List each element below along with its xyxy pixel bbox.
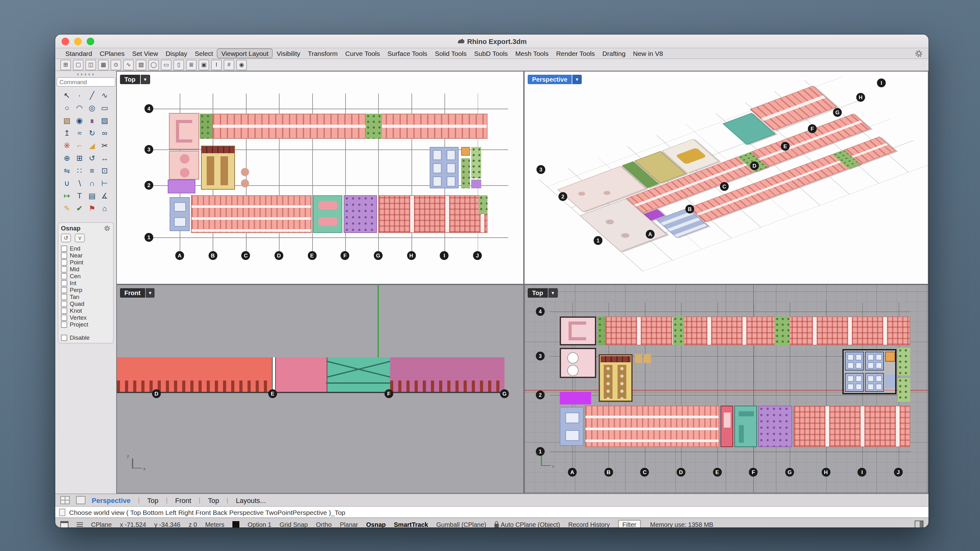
checkbox[interactable] — [61, 321, 67, 327]
toolbar-icon[interactable]: ≣ — [186, 59, 197, 70]
osnap-option[interactable]: Mid — [61, 265, 111, 273]
tool-icon[interactable]: ↻ — [86, 127, 98, 140]
checkbox[interactable] — [61, 314, 67, 321]
osnap-disable[interactable]: Disable — [61, 334, 111, 341]
viewport-tab[interactable]: Front — [158, 496, 191, 504]
tool-icon[interactable]: ◢ — [86, 140, 98, 152]
viewport-tab[interactable]: Top — [130, 496, 159, 504]
tool-icon[interactable]: ↔ — [98, 152, 111, 165]
viewport-front[interactable]: Front▼ DEFG zx — [117, 285, 523, 493]
tool-icon[interactable]: ✔ — [73, 202, 86, 215]
checkbox[interactable] — [61, 266, 67, 272]
menu-item[interactable]: Display — [162, 49, 191, 58]
toolbar-icon[interactable]: ▯ — [173, 59, 184, 70]
tool-icon[interactable]: ⇋ — [60, 165, 73, 177]
tool-icon[interactable]: ◎ — [86, 102, 98, 114]
viewport-title-top-2[interactable]: Top▼ — [528, 288, 558, 298]
toolbar-icon[interactable]: ◯ — [148, 59, 159, 70]
checkbox[interactable] — [61, 334, 67, 341]
tool-icon[interactable]: ↖ — [60, 89, 73, 102]
osnap-option[interactable]: End — [61, 245, 111, 252]
menu-item[interactable]: Surface Tools — [384, 49, 431, 58]
checkbox[interactable] — [61, 307, 67, 314]
tool-icon[interactable]: ╱ — [86, 89, 98, 102]
toolbar-icon[interactable]: ▦ — [98, 59, 109, 70]
tool-icon[interactable]: ⊕ — [60, 152, 73, 165]
osnap-undo-icon[interactable]: ↺ — [61, 233, 71, 242]
osnap-option[interactable]: Knot — [61, 307, 111, 314]
menu-item[interactable]: Visibility — [273, 49, 304, 58]
osnap-option[interactable]: Project — [61, 321, 111, 328]
menu-item[interactable]: Mesh Tools — [512, 49, 552, 58]
status-toggle[interactable]: Record History — [568, 521, 610, 527]
panel-toggle-icon[interactable] — [915, 521, 923, 527]
menu-item[interactable]: SubD Tools — [471, 49, 512, 58]
toolbar-icon[interactable]: ▣ — [199, 59, 209, 70]
tool-icon[interactable]: ∩ — [86, 177, 98, 190]
tool-icon[interactable]: ※ — [60, 140, 73, 152]
tool-icon[interactable]: T — [73, 190, 86, 202]
osnap-option[interactable]: Tan — [61, 293, 111, 300]
viewport-title-top[interactable]: Top▼ — [120, 75, 150, 84]
menu-item[interactable]: Standard — [62, 49, 96, 58]
tool-icon[interactable]: ∡ — [98, 190, 111, 202]
tool-icon[interactable]: ∙ — [73, 89, 86, 102]
osnap-option[interactable]: Int — [61, 279, 111, 286]
osnap-option[interactable]: Perp — [61, 286, 111, 293]
menu-item[interactable]: Drafting — [599, 49, 630, 58]
toolbar-icon[interactable]: ⊞ — [60, 59, 71, 70]
command-input[interactable] — [56, 77, 115, 87]
toolbar-icon[interactable]: # — [224, 59, 234, 70]
checkbox[interactable] — [61, 280, 67, 286]
menu-item[interactable]: Curve Tools — [341, 49, 384, 58]
new-viewport-icon[interactable] — [76, 496, 86, 504]
tool-icon[interactable]: ◉ — [73, 114, 86, 127]
chevron-down-icon[interactable]: ▼ — [572, 75, 582, 84]
chevron-down-icon[interactable]: ▼ — [548, 288, 558, 298]
menu-item[interactable]: Transform — [304, 49, 341, 58]
checkbox[interactable] — [61, 259, 67, 265]
toolbar-icon[interactable]: ◉ — [236, 59, 247, 70]
tool-icon[interactable]: ▭ — [98, 102, 111, 114]
checkbox[interactable] — [61, 294, 67, 300]
tool-icon[interactable]: ⊡ — [98, 165, 111, 177]
checkbox[interactable] — [61, 252, 67, 259]
viewport-top-plan[interactable]: Top▼ — [117, 71, 523, 284]
tool-icon[interactable]: ∞ — [98, 127, 111, 140]
toolbar-icon[interactable]: ▢ — [73, 59, 84, 70]
toolbar-icon[interactable]: ▨ — [136, 59, 146, 70]
tool-icon[interactable]: ⊞ — [73, 152, 86, 165]
tool-icon[interactable]: ▧ — [60, 114, 73, 127]
status-toggle[interactable]: Filter — [618, 521, 640, 527]
viewport-layout-icon[interactable] — [60, 496, 70, 504]
tool-icon[interactable]: ≡ — [86, 165, 98, 177]
viewport-title-perspective[interactable]: Perspective▼ — [528, 75, 582, 84]
tool-icon[interactable]: ⚑ — [86, 202, 98, 215]
osnap-option[interactable]: Near — [61, 252, 111, 259]
toolbar-icon[interactable]: Ⅰ — [211, 59, 222, 70]
toolbar-icon[interactable]: ⊙ — [111, 59, 121, 70]
checkbox[interactable] — [61, 287, 67, 293]
viewport-top-zoom[interactable]: Top▼ — [525, 285, 928, 493]
tool-icon[interactable]: ↺ — [86, 152, 98, 165]
layer-color-swatch[interactable] — [232, 521, 239, 527]
osnap-option[interactable]: Quad — [61, 300, 111, 307]
tool-icon[interactable]: ✂ — [98, 140, 111, 152]
viewport-tab[interactable]: Top — [191, 496, 219, 504]
tool-icon[interactable]: ↦ — [60, 190, 73, 202]
toolbar-icon[interactable]: ◫ — [86, 59, 96, 70]
layer-selector[interactable]: Option 1 — [248, 521, 271, 527]
menu-item[interactable]: New in V8 — [629, 49, 667, 58]
osnap-option[interactable]: Cen — [61, 273, 111, 279]
checkbox[interactable] — [61, 245, 67, 251]
tool-icon[interactable]: ↥ — [60, 127, 73, 140]
window-grid-icon[interactable] — [60, 521, 68, 527]
chevron-down-icon[interactable]: ▼ — [140, 75, 150, 84]
status-toggle[interactable]: Auto CPlane (Object) — [495, 521, 560, 527]
tool-icon[interactable]: ∿ — [98, 89, 111, 102]
chevron-down-icon[interactable]: ▼ — [145, 288, 155, 298]
palette-drag-handle[interactable] — [77, 73, 95, 75]
tool-icon[interactable]: ⊢ — [98, 177, 111, 190]
status-toggle[interactable]: Gumball (CPlane) — [436, 521, 486, 527]
viewport-tab[interactable]: Layouts... — [219, 496, 266, 504]
